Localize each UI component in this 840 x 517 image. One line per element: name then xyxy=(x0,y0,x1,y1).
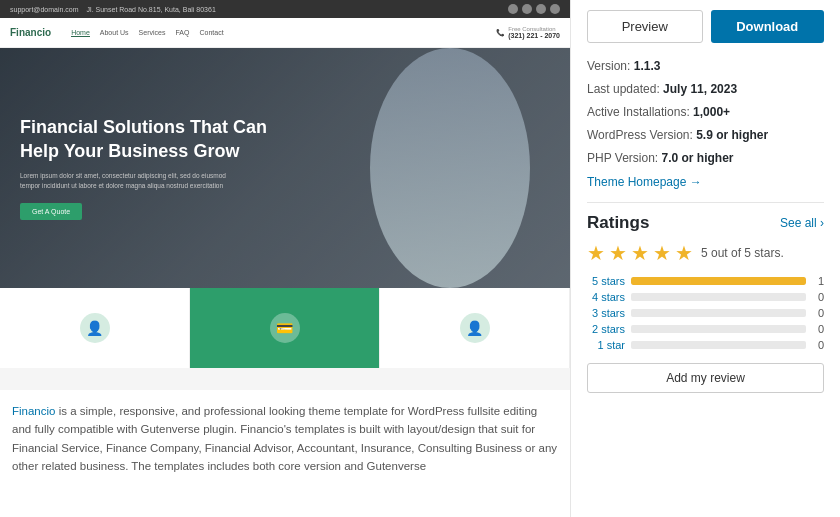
rating-bar-fill-0 xyxy=(631,277,806,285)
wp-version-label: WordPress Version: xyxy=(587,128,693,142)
stars-display: ★ ★ ★ ★ ★ 5 out of 5 stars. xyxy=(587,241,824,265)
wp-version-value: 5.9 or higher xyxy=(696,128,768,142)
rating-bar-count-0: 1 xyxy=(812,275,824,287)
rating-bar-track-1 xyxy=(631,293,806,301)
star-5: ★ xyxy=(675,241,693,265)
card-1: 👤 xyxy=(0,288,190,368)
rating-bar-row-4: 1 star0 xyxy=(587,339,824,351)
see-all-label: See all xyxy=(780,216,817,230)
fake-website: support@domain.com Jl. Sunset Road No.81… xyxy=(0,0,570,390)
preview-button[interactable]: Preview xyxy=(587,10,703,43)
last-updated-label: Last updated: xyxy=(587,82,660,96)
rating-bar-row-3: 2 stars0 xyxy=(587,323,824,335)
social-icons xyxy=(508,4,560,14)
star-4: ★ xyxy=(653,241,671,265)
action-buttons: Preview Download xyxy=(587,10,824,43)
version-value: 1.1.3 xyxy=(634,59,661,73)
nav-faq: FAQ xyxy=(175,29,189,37)
theme-homepage-row: Theme Homepage → xyxy=(587,172,824,190)
phone-number: (321) 221 - 2070 xyxy=(508,32,560,39)
rating-bar-count-2: 0 xyxy=(812,307,824,319)
ratings-header: Ratings See all › xyxy=(587,213,824,233)
nav-about: About Us xyxy=(100,29,129,37)
rating-bar-track-2 xyxy=(631,309,806,317)
hero-title: Financial Solutions That Can Help Your B… xyxy=(20,116,280,163)
see-all-link[interactable]: See all › xyxy=(780,216,824,230)
meta-table: Version: 1.1.3 Last updated: July 11, 20… xyxy=(587,57,824,190)
nav-contact: Contact xyxy=(199,29,223,37)
active-installs-label: Active Installations: xyxy=(587,105,690,119)
theme-description: Financio is a simple, responsive, and pr… xyxy=(12,402,558,476)
nav-services: Services xyxy=(139,29,166,37)
email-text: support@domain.com xyxy=(10,6,79,13)
ratings-title: Ratings xyxy=(587,213,649,233)
star-3: ★ xyxy=(631,241,649,265)
php-version-value: 7.0 or higher xyxy=(662,151,734,165)
description-area: Financio is a simple, responsive, and pr… xyxy=(0,390,570,476)
card-2: 💳 xyxy=(190,288,380,368)
hero-description: Lorem ipsum dolor sit amet, consectetur … xyxy=(20,171,240,191)
rating-bar-label-1[interactable]: 4 stars xyxy=(587,291,625,303)
nav-home: Home xyxy=(71,29,90,37)
rating-bar-track-0 xyxy=(631,277,806,285)
ratings-section: Ratings See all › ★ ★ ★ ★ ★ 5 out of 5 s… xyxy=(587,213,824,393)
php-version-row: PHP Version: 7.0 or higher xyxy=(587,149,824,167)
phone-icon: 📞 xyxy=(496,29,505,37)
rating-bar-label-3[interactable]: 2 stars xyxy=(587,323,625,335)
fake-topbar: support@domain.com Jl. Sunset Road No.81… xyxy=(0,0,570,18)
fake-cards-row: 👤 💳 👤 xyxy=(0,288,570,368)
card-2-icon: 💳 xyxy=(270,313,300,343)
divider xyxy=(587,202,824,203)
active-installs-row: Active Installations: 1,000+ xyxy=(587,103,824,121)
theme-homepage-link[interactable]: Theme Homepage → xyxy=(587,175,702,189)
rating-bar-count-4: 0 xyxy=(812,339,824,351)
phone-info: 📞 Free Consultation (321) 221 - 2070 xyxy=(496,26,560,39)
card-3: 👤 xyxy=(380,288,570,368)
facebook-icon xyxy=(508,4,518,14)
download-button[interactable]: Download xyxy=(711,10,825,43)
stars-label: 5 out of 5 stars. xyxy=(701,246,784,260)
fake-navbar: Financio Home About Us Services FAQ Cont… xyxy=(0,18,570,48)
description-link-financio: Financio xyxy=(12,405,55,417)
card-1-icon: 👤 xyxy=(80,313,110,343)
rating-bar-label-0[interactable]: 5 stars xyxy=(587,275,625,287)
rating-bar-track-4 xyxy=(631,341,806,349)
star-1: ★ xyxy=(587,241,605,265)
php-version-label: PHP Version: xyxy=(587,151,658,165)
add-review-button[interactable]: Add my review xyxy=(587,363,824,393)
star-2: ★ xyxy=(609,241,627,265)
instagram-icon xyxy=(536,4,546,14)
version-label: Version: xyxy=(587,59,630,73)
rating-bar-label-2[interactable]: 3 stars xyxy=(587,307,625,319)
rating-bar-track-3 xyxy=(631,325,806,333)
rating-bars: 5 stars14 stars03 stars02 stars01 star0 xyxy=(587,275,824,351)
rating-bar-count-3: 0 xyxy=(812,323,824,335)
nav-links: Home About Us Services FAQ Contact xyxy=(71,29,223,37)
active-installs-value: 1,000+ xyxy=(693,105,730,119)
rating-bar-row-0: 5 stars1 xyxy=(587,275,824,287)
rating-bar-label-4[interactable]: 1 star xyxy=(587,339,625,351)
left-panel: support@domain.com Jl. Sunset Road No.81… xyxy=(0,0,570,517)
last-updated-row: Last updated: July 11, 2023 xyxy=(587,80,824,98)
linkedin-icon xyxy=(550,4,560,14)
wp-version-row: WordPress Version: 5.9 or higher xyxy=(587,126,824,144)
rating-bar-count-1: 0 xyxy=(812,291,824,303)
last-updated-value: July 11, 2023 xyxy=(663,82,737,96)
rating-bar-row-2: 3 stars0 xyxy=(587,307,824,319)
version-row: Version: 1.1.3 xyxy=(587,57,824,75)
theme-preview: support@domain.com Jl. Sunset Road No.81… xyxy=(0,0,570,390)
hero-cta-button[interactable]: Get A Quote xyxy=(20,203,82,220)
site-logo: Financio xyxy=(10,27,51,38)
rating-bar-row-1: 4 stars0 xyxy=(587,291,824,303)
hero-person-image xyxy=(360,48,540,288)
twitter-icon xyxy=(522,4,532,14)
address-text: Jl. Sunset Road No.815, Kuta, Bali 80361 xyxy=(87,6,216,13)
see-all-arrow: › xyxy=(820,216,824,230)
right-panel: Preview Download Version: 1.1.3 Last upd… xyxy=(570,0,840,517)
card-3-icon: 👤 xyxy=(460,313,490,343)
fake-hero: Financial Solutions That Can Help Your B… xyxy=(0,48,570,288)
